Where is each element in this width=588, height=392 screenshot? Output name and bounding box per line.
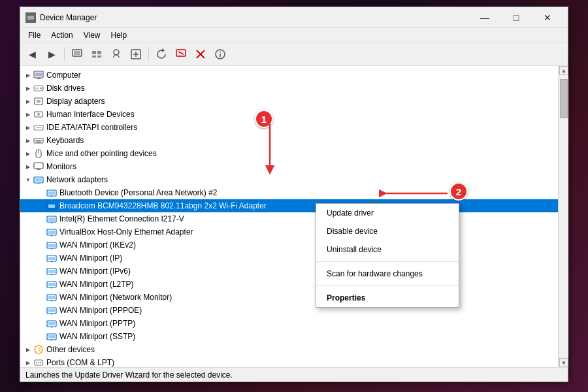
tree-item[interactable]: WAN Miniport (IKEv2) bbox=[20, 238, 558, 252]
tree-item[interactable]: WAN Miniport (PPTP) bbox=[20, 317, 558, 330]
tree-expander[interactable] bbox=[36, 188, 46, 198]
svg-rect-76 bbox=[48, 322, 55, 325]
tree-expander[interactable]: ▶ bbox=[23, 122, 33, 133]
tree-expander[interactable] bbox=[36, 240, 46, 250]
tree-expander[interactable] bbox=[36, 279, 46, 289]
tree-item[interactable]: WAN Miniport (PPPOE) bbox=[20, 304, 558, 317]
ctx-properties[interactable]: Properties bbox=[316, 289, 459, 307]
tree-item[interactable]: ▶Disk drives bbox=[20, 82, 558, 95]
svg-rect-25 bbox=[35, 98, 42, 105]
tree-item[interactable]: Bluetooth Device (Personal Area Network)… bbox=[20, 186, 558, 199]
tree-expander[interactable] bbox=[36, 214, 46, 224]
tree-item[interactable]: VirtualBox Host-Only Ethernet Adapter bbox=[20, 225, 558, 238]
tree-item-label: Disk drives bbox=[46, 84, 85, 93]
tree-expander[interactable] bbox=[36, 331, 46, 342]
forward-button[interactable]: ▶ bbox=[42, 46, 61, 63]
svg-rect-58 bbox=[48, 244, 55, 247]
ctx-uninstall-device[interactable]: Uninstall device bbox=[316, 240, 459, 259]
tree-expander[interactable]: ▶ bbox=[23, 161, 33, 172]
tree-expander[interactable] bbox=[36, 318, 46, 329]
tree-item[interactable]: Broadcom BCM943228HMB 802.11abgn 2x2 Wi-… bbox=[20, 199, 558, 212]
toolbar-icon-1[interactable] bbox=[68, 46, 86, 63]
toolbar: ◀ ▶ bbox=[20, 42, 568, 66]
tree-expander[interactable]: ▶ bbox=[23, 344, 33, 355]
menu-bar: File Action View Help bbox=[20, 28, 568, 42]
tree-item-label: Display adapters bbox=[46, 97, 105, 106]
tree-expander[interactable] bbox=[36, 201, 46, 211]
minimize-button[interactable]: — bbox=[470, 7, 500, 28]
tree-expander[interactable] bbox=[36, 253, 46, 263]
toolbar-properties[interactable] bbox=[211, 46, 229, 63]
tree-item[interactable]: WAN Miniport (IP) bbox=[20, 252, 558, 265]
tree-item-icon bbox=[46, 240, 57, 250]
svg-point-80 bbox=[51, 340, 52, 341]
tree-expander[interactable]: ▶ bbox=[23, 96, 33, 106]
tree-expander[interactable]: ▶ bbox=[23, 83, 33, 93]
svg-point-77 bbox=[51, 327, 52, 328]
tree-item-label: IDE ATA/ATAPI controllers bbox=[46, 123, 137, 132]
tree-expander[interactable]: ▼ bbox=[23, 174, 33, 185]
maximize-button[interactable]: □ bbox=[501, 7, 531, 28]
tree-expander[interactable]: ▶ bbox=[23, 148, 33, 159]
toolbar-refresh[interactable] bbox=[152, 46, 171, 63]
svg-point-53 bbox=[51, 222, 52, 223]
svg-text:?: ? bbox=[38, 347, 41, 353]
tree-item[interactable]: ▶Human Interface Devices bbox=[20, 108, 558, 121]
toolbar-icon-4[interactable] bbox=[127, 46, 145, 63]
tree-item-label: WAN Miniport (IKEv2) bbox=[59, 240, 136, 250]
tree-expander[interactable]: ▶ bbox=[23, 357, 33, 367]
scroll-thumb[interactable] bbox=[560, 79, 568, 118]
tree-item[interactable]: ▶?Other devices bbox=[20, 343, 558, 356]
tree-item[interactable]: ▼Network adapters bbox=[20, 173, 558, 186]
svg-rect-46 bbox=[48, 191, 55, 195]
tree-expander[interactable]: ▶ bbox=[23, 109, 33, 120]
tree-item-icon bbox=[33, 96, 44, 106]
ctx-update-driver[interactable]: Update driver bbox=[316, 204, 459, 222]
tree-item[interactable]: WAN Miniport (SSTP) bbox=[20, 330, 558, 343]
scrollbar[interactable]: ▲ ▼ bbox=[559, 66, 568, 367]
menu-file[interactable]: File bbox=[23, 29, 46, 41]
tree-expander[interactable] bbox=[36, 227, 46, 237]
content-area: ▶Computer▶Disk drives▶Display adapters▶H… bbox=[20, 66, 568, 367]
tree-item-icon bbox=[46, 305, 57, 316]
toolbar-icon-2[interactable] bbox=[88, 46, 106, 63]
tree-item-icon bbox=[46, 201, 57, 211]
tree-item[interactable]: Intel(R) Ethernet Connection I217-V bbox=[20, 212, 558, 225]
tree-item[interactable]: ▶Keyboards bbox=[20, 134, 558, 147]
svg-point-50 bbox=[51, 209, 52, 210]
toolbar-cancel[interactable] bbox=[191, 46, 210, 63]
tree-item[interactable]: WAN Miniport (IPv6) bbox=[20, 265, 558, 278]
ctx-disable-device[interactable]: Disable device bbox=[316, 222, 459, 240]
tree-item[interactable]: WAN Miniport (Network Monitor) bbox=[20, 291, 558, 304]
svg-rect-43 bbox=[35, 178, 42, 182]
toolbar-uninstall[interactable] bbox=[172, 46, 190, 63]
close-button[interactable]: ✕ bbox=[532, 7, 563, 28]
back-button[interactable]: ◀ bbox=[23, 46, 41, 63]
menu-help[interactable]: Help bbox=[106, 29, 133, 41]
toolbar-icon-3[interactable] bbox=[107, 46, 125, 63]
tree-item[interactable]: ▶IDE ATA/ATAPI controllers bbox=[20, 121, 558, 134]
tree-item[interactable]: ▶Monitors bbox=[20, 160, 558, 173]
tree-expander[interactable] bbox=[36, 266, 46, 276]
tree-expander[interactable]: ▶ bbox=[23, 70, 33, 80]
tree-item[interactable]: ▶Display adapters bbox=[20, 95, 558, 108]
svg-point-47 bbox=[51, 196, 52, 197]
device-tree[interactable]: ▶Computer▶Disk drives▶Display adapters▶H… bbox=[20, 66, 559, 367]
tree-expander[interactable] bbox=[36, 305, 46, 316]
tree-item[interactable]: ▶Mice and other pointing devices bbox=[20, 147, 558, 160]
tree-item[interactable]: ▶Ports (COM & LPT) bbox=[20, 356, 558, 367]
status-text: Launches the Update Driver Wizard for th… bbox=[25, 370, 233, 380]
scroll-down[interactable]: ▼ bbox=[559, 358, 568, 367]
tree-expander[interactable] bbox=[36, 292, 46, 302]
menu-action[interactable]: Action bbox=[46, 29, 78, 41]
scroll-up[interactable]: ▲ bbox=[559, 66, 568, 75]
menu-view[interactable]: View bbox=[78, 29, 106, 41]
tree-item-label: Ports (COM & LPT) bbox=[46, 358, 114, 367]
tree-item-icon: ? bbox=[33, 344, 44, 355]
svg-rect-39 bbox=[34, 163, 43, 169]
svg-point-29 bbox=[37, 113, 40, 116]
tree-expander[interactable]: ▶ bbox=[23, 135, 33, 146]
tree-item[interactable]: ▶Computer bbox=[20, 69, 558, 82]
tree-item[interactable]: WAN Miniport (L2TP) bbox=[20, 278, 558, 291]
ctx-scan-hardware[interactable]: Scan for hardware changes bbox=[316, 265, 459, 283]
